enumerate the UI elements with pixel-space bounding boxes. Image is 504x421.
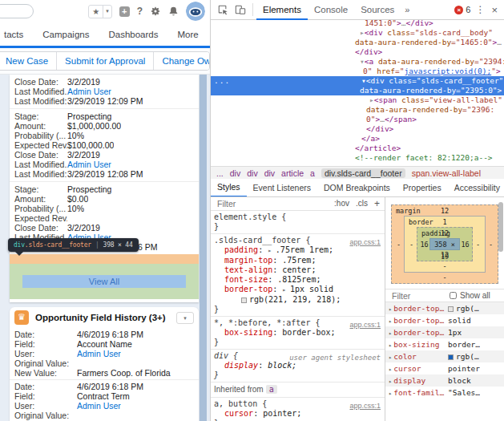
property-expand-arrow[interactable]: ▸ [282, 286, 290, 293]
devtools-close-icon[interactable]: × [490, 4, 501, 16]
box-model-padding[interactable]: padding 12 16 358 × 19 16 12 [417, 227, 473, 261]
favorites-button-group[interactable]: ★ ▾ [88, 5, 111, 18]
field-value-link[interactable]: Admin User [67, 160, 111, 169]
computed-row[interactable]: ▸font-famil…"Sales… [385, 387, 504, 399]
attr-value-token: 0" [363, 67, 372, 75]
breadcrumb-item[interactable]: span.view-all-label [412, 168, 481, 178]
device-toolbar-icon[interactable] [232, 2, 249, 17]
styles-subtab-styles[interactable]: Styles [211, 179, 247, 197]
nav-tab-campaigns[interactable]: Campaigns [42, 30, 89, 39]
styles-filter-input[interactable] [216, 198, 280, 209]
show-all-checkbox[interactable] [450, 292, 457, 299]
favorites-star-icon[interactable]: ★ [89, 7, 103, 16]
breadcrumb-item[interactable]: div [230, 168, 240, 178]
dom-tree-line[interactable]: ▸<span class="view-all-label" [211, 95, 504, 105]
rule-source-link[interactable]: app.css:1 [349, 401, 381, 411]
dom-tree-line[interactable]: 0">…</span> [211, 115, 504, 124]
style-property[interactable]: text-align: center; [214, 265, 383, 275]
rule-selector[interactable]: *, *:before, *:after [214, 318, 310, 327]
toggle-hover-state[interactable]: :hov [334, 199, 349, 208]
notifications-bell-icon[interactable] [168, 6, 179, 17]
dom-tree-line[interactable]: data-aura-rendered-by="2396: [211, 105, 504, 115]
devtools-tab-console[interactable]: Console [308, 0, 354, 20]
history-card-menu-button[interactable]: ▾ [176, 312, 194, 324]
error-badge[interactable]: × 6 [454, 5, 470, 14]
action-button-submit-for-approval[interactable]: Submit for Approval [57, 52, 154, 70]
field-value-link[interactable]: Admin User [77, 349, 121, 358]
selected-line-ellipsis[interactable]: ... [214, 76, 230, 86]
inspect-element-icon[interactable] [214, 2, 232, 17]
toggle-class[interactable]: .cls [356, 199, 368, 208]
rule-source-link[interactable]: app.css:1 [349, 237, 381, 247]
inherited-from-chip[interactable]: a [266, 385, 277, 394]
user-avatar[interactable] [186, 2, 205, 21]
rule-selector[interactable]: .slds-card__footer [214, 236, 300, 245]
sidebar-scrollbar-thumb[interactable] [498, 202, 503, 252]
style-property[interactable]: border-top: ▸ 1px solid [214, 285, 383, 295]
dom-tree-line[interactable]: ▾<a data-aura-rendered-by="2394: [211, 57, 504, 67]
style-property[interactable]: margin-top: .75rem; [214, 256, 383, 265]
field-value: Contract Term [77, 391, 130, 401]
style-property[interactable]: font-size: .8125rem; [214, 275, 383, 285]
breadcrumb-item[interactable]: a [310, 168, 315, 178]
dom-tree-line[interactable]: ...▾<div class="slds-card__footer" [211, 76, 504, 86]
devtools-menu-icon[interactable]: ⋮ [470, 4, 490, 15]
dom-tree-line[interactable]: </a> [211, 134, 504, 144]
dom-tree-line[interactable]: </div> [211, 47, 504, 57]
computed-row[interactable]: ▸border-top…rgb(… [385, 302, 504, 314]
setup-gear-icon[interactable] [150, 6, 161, 17]
computed-row[interactable]: ▸cursorpointer [385, 362, 504, 374]
search-input[interactable] [0, 4, 34, 18]
help-icon[interactable]: ? [137, 6, 143, 17]
new-style-rule-button[interactable]: + [374, 199, 380, 208]
color-swatch[interactable] [241, 298, 247, 303]
breadcrumb-item[interactable]: article [281, 168, 304, 178]
styles-subtab-accessibility[interactable]: Accessibility [448, 179, 504, 196]
property-expand-arrow[interactable]: ▸ [268, 247, 276, 254]
field-value-link[interactable]: Admin User [67, 87, 111, 96]
page-vertical-scrollbar[interactable] [200, 75, 207, 421]
nav-tab-more[interactable]: More [177, 30, 198, 39]
global-actions-icon[interactable]: + [119, 6, 130, 17]
field-value-link[interactable]: Admin User [77, 401, 121, 411]
computed-row[interactable]: ▸colorrgb(… [385, 350, 504, 362]
dom-tree-line[interactable]: </div> [211, 124, 504, 134]
field-value: $0.00 [67, 194, 88, 204]
styles-subtab-event-listeners[interactable]: Event Listeners [247, 179, 317, 196]
styles-subtab-dom-breakpoints[interactable]: DOM Breakpoints [317, 179, 397, 196]
styles-subtab-properties[interactable]: Properties [397, 179, 448, 196]
rule-source-link[interactable]: user agent stylesheet [289, 353, 381, 362]
breadcrumb-item[interactable]: ... [216, 168, 224, 178]
action-button-change-owner[interactable]: Change Owner [154, 52, 210, 70]
nav-tab-tacts[interactable]: tacts [4, 30, 23, 39]
dom-tree-line[interactable]: 1451:0">…</div> [211, 20, 504, 28]
box-model-border[interactable]: border 1 - padding 12 [404, 216, 486, 273]
view-all-button[interactable]: View All [22, 275, 186, 288]
dom-tree-line[interactable]: ▸<div class="slds-card__body" [211, 28, 504, 38]
computed-row[interactable]: ▸displayblock [385, 374, 504, 387]
breadcrumb-item[interactable]: div [264, 168, 275, 178]
breadcrumb-item[interactable]: div [247, 168, 257, 178]
rule-selector[interactable]: element.style [214, 213, 276, 221]
dom-tree-line[interactable]: data-aura-rendered-by="2395:0"> [211, 86, 504, 95]
computed-row[interactable]: ▸box-sizingborder… [385, 338, 504, 350]
box-model-content[interactable]: 358 × 19 [429, 238, 460, 250]
nav-tab-dashboards[interactable]: Dashboards [108, 30, 158, 39]
dom-tree-line[interactable]: 0" href="javascript:void(0);"> [211, 67, 504, 76]
dom-tree-line[interactable]: data-aura-rendered-by="1465:0">… [211, 38, 504, 47]
rule-source-link[interactable]: app.css:1 [349, 320, 381, 330]
breadcrumb-item[interactable]: div.slds-card__footer [321, 168, 405, 178]
dom-tree-line[interactable]: <!--render facet: 82:1220;a--> [211, 153, 504, 163]
action-button-new-case[interactable]: New Case [0, 52, 57, 70]
computed-filter-input[interactable] [390, 290, 440, 302]
devtools-tab-sources[interactable]: Sources [354, 0, 401, 20]
dom-tree-line[interactable]: </article> [211, 144, 504, 153]
computed-row[interactable]: ▸border-top…solid [385, 314, 504, 326]
rule-selector[interactable]: a, button [214, 399, 257, 408]
rule-selector[interactable]: div [214, 351, 228, 360]
computed-row[interactable]: ▸border-top…1px [385, 326, 504, 338]
box-model-margin[interactable]: margin 12 - border 1 - [391, 204, 498, 284]
devtools-tab-elements[interactable]: Elements [256, 0, 308, 20]
more-tabs-chevron[interactable]: » [401, 5, 413, 14]
favorites-caret-icon[interactable]: ▾ [103, 8, 111, 14]
